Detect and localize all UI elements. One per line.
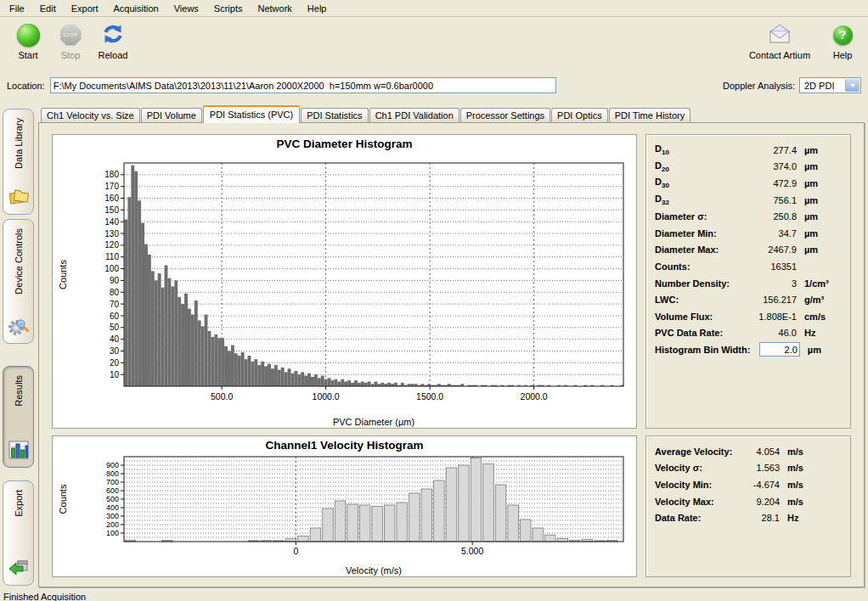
- sidebar-item-data-library[interactable]: Data Library: [3, 109, 34, 215]
- stat-label-text: Histogram Bin Width:: [655, 345, 750, 355]
- sidebar-item-label: Results: [14, 375, 24, 407]
- stat-unit: µm: [797, 211, 842, 222]
- tab-pdi-statistics-pvc[interactable]: PDI Statistics (PVC): [203, 105, 300, 123]
- tab-pdi-time-history[interactable]: PDI Time History: [609, 108, 691, 122]
- stat-value: 374.0: [742, 161, 797, 171]
- tab-ch1-pdi-validation[interactable]: Ch1 PDI Validation: [369, 108, 459, 122]
- sidebar-item-label: Data Library: [14, 118, 24, 169]
- stat-label-text: Average Velocity:: [655, 447, 732, 457]
- tab-area: Ch1 Velocity vs. SizePDI VolumePDI Stati…: [38, 105, 865, 587]
- bar-chart-icon: [8, 439, 30, 461]
- stat-value: 1.563: [742, 463, 780, 473]
- svg-text:110: 110: [105, 252, 119, 261]
- main-area: Data LibraryDevice ControlsResultsExport…: [0, 98, 868, 589]
- stat-row: Velocity σ:1.563m/s: [655, 460, 842, 477]
- stat-label: D20: [655, 160, 742, 173]
- menu-item-acquisition[interactable]: Acquisition: [106, 2, 166, 15]
- status-text: Finished Acquisition: [3, 592, 86, 601]
- stat-label-text: Velocity Min:: [655, 480, 712, 490]
- reload-icon: [101, 22, 125, 48]
- stat-unit: 1/cm³: [797, 278, 842, 289]
- tab-pdi-optics[interactable]: PDI Optics: [551, 108, 608, 122]
- svg-text:400: 400: [106, 503, 119, 512]
- doppler-analysis-dropdown[interactable]: 2D PDI: [799, 77, 861, 93]
- stat-row: D32756.1µm: [655, 192, 842, 209]
- stat-label: Velocity Min:: [655, 480, 742, 490]
- stat-value: 277.4: [742, 145, 797, 155]
- tab-processor-settings[interactable]: Processor Settings: [460, 108, 550, 122]
- stat-label-subscript: 32: [662, 199, 669, 206]
- stat-label-text: Data Rate:: [655, 513, 701, 523]
- menu-item-file[interactable]: File: [2, 2, 32, 15]
- stat-label-subscript: 20: [662, 166, 669, 173]
- stat-value: 4.054: [742, 447, 780, 457]
- menu-item-edit[interactable]: Edit: [32, 2, 64, 15]
- chevron-down-icon[interactable]: [845, 79, 860, 92]
- start-icon: [17, 24, 40, 47]
- sidebar-item-device-controls[interactable]: Device Controls: [3, 219, 34, 344]
- bin-width-input[interactable]: [759, 342, 800, 357]
- location-input[interactable]: [50, 77, 556, 93]
- contact-artium-button[interactable]: Contact Artium: [746, 20, 814, 60]
- tab-pdi-statistics[interactable]: PDI Statistics: [301, 108, 368, 122]
- menu-item-help[interactable]: Help: [300, 2, 335, 15]
- svg-text:90: 90: [110, 276, 120, 285]
- stat-unit: Hz: [780, 513, 842, 523]
- help-button[interactable]: ? Help: [827, 20, 858, 60]
- stat-value: 28.1: [742, 513, 780, 523]
- stat-label: Average Velocity:: [655, 447, 742, 457]
- stat-label: Volume Flux:: [655, 312, 742, 322]
- svg-text:700: 700: [106, 478, 119, 486]
- gear-search-icon: [8, 315, 30, 337]
- stat-label-text: D: [655, 177, 662, 187]
- stat-row: Data Rate:28.1Hz: [655, 509, 842, 526]
- stat-label: Histogram Bin Width:: [655, 345, 750, 355]
- envelope-icon: [766, 23, 793, 47]
- help-icon: ?: [833, 25, 853, 45]
- stat-unit: µm: [800, 345, 842, 355]
- stat-label-text: D: [655, 160, 662, 171]
- stat-value: [750, 342, 799, 357]
- stat-label: Data Rate:: [655, 513, 742, 523]
- pvc-histogram-panel: PVC Diameter Histogram 10203040506070809…: [52, 134, 637, 429]
- stat-value: 156.217: [742, 295, 797, 305]
- sidebar-item-results[interactable]: Results: [3, 366, 34, 468]
- stat-label-subscript: 10: [662, 149, 669, 156]
- svg-text:900: 900: [106, 461, 119, 469]
- svg-text:500: 500: [106, 495, 119, 503]
- start-button[interactable]: Start: [7, 20, 49, 60]
- stat-value: 34.7: [742, 228, 797, 239]
- stat-value: 2467.9: [742, 244, 797, 255]
- svg-text:100: 100: [106, 529, 119, 537]
- stat-row: Volume Flux:1.808E-1cm/s: [655, 308, 842, 325]
- menu-item-network[interactable]: Network: [250, 2, 299, 15]
- stat-row: Histogram Bin Width:µm: [655, 341, 842, 358]
- stat-row: Number Density:31/cm³: [655, 275, 842, 292]
- tab-pdi-volume[interactable]: PDI Volume: [141, 108, 202, 122]
- status-bar: Finished Acquisition: [0, 589, 868, 601]
- stat-unit: m/s: [780, 447, 842, 457]
- menu-bar: FileEditExportAcquisitionViewsScriptsNet…: [0, 0, 868, 17]
- tab-ch1-velocity-vs-size[interactable]: Ch1 Velocity vs. Size: [41, 108, 140, 122]
- stat-row: LWC:156.217g/m³: [655, 291, 842, 308]
- tab-panel: PVC Diameter Histogram 10203040506070809…: [38, 122, 865, 587]
- stat-unit: µm: [797, 228, 842, 239]
- menu-item-export[interactable]: Export: [64, 2, 106, 15]
- stat-row: D20374.0µm: [655, 159, 842, 176]
- stat-row: Diameter Min:34.7µm: [655, 225, 842, 242]
- stat-label-text: D: [655, 143, 662, 154]
- menu-item-views[interactable]: Views: [166, 2, 206, 15]
- stop-button[interactable]: STOP Stop: [49, 20, 92, 60]
- doppler-analysis-label: Doppler Analysis:: [723, 81, 795, 91]
- svg-text:140: 140: [104, 217, 119, 227]
- svg-text:80: 80: [110, 288, 120, 297]
- reload-button[interactable]: Reload: [92, 20, 134, 60]
- stat-label: Diameter Min:: [655, 228, 742, 239]
- svg-text:300: 300: [106, 512, 119, 520]
- stop-icon: STOP: [60, 25, 82, 46]
- menu-item-scripts[interactable]: Scripts: [206, 2, 251, 15]
- stat-row: Counts:16351: [655, 258, 842, 275]
- stat-row: Velocity Min:-4.674m/s: [655, 476, 842, 493]
- sidebar-item-export[interactable]: Export: [3, 480, 34, 586]
- stop-label: Stop: [49, 50, 92, 60]
